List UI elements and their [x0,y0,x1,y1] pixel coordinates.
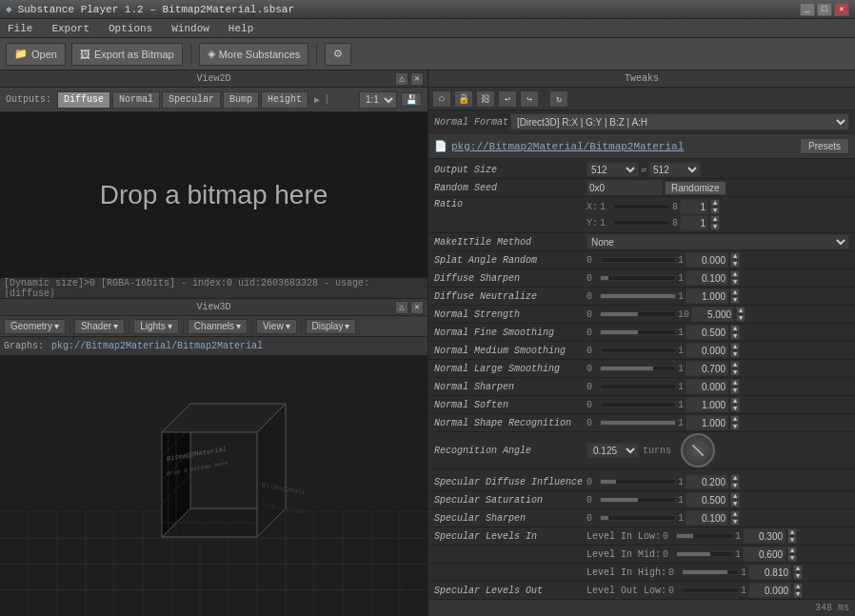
normal-soften-input[interactable] [686,397,728,412]
ratio-y-down[interactable]: ▼ [710,223,720,230]
tab-height[interactable]: Height [261,91,308,109]
tab-diffuse[interactable]: Diffuse [57,91,110,109]
pkg-path[interactable]: pkg://Bitmap2Material/Bitmap2Material [451,141,796,152]
output-size-width-select[interactable]: 512 [587,162,639,177]
diffuse-sharpen-input[interactable] [686,270,728,286]
diffuse-neutralize-up[interactable]: ▲ [730,288,740,296]
normal-medium-slider[interactable] [600,348,676,353]
normal-soften-up[interactable]: ▲ [730,397,740,405]
recognition-angle-dial[interactable] [681,433,715,467]
view-button[interactable]: View ▾ [256,319,297,334]
makeit-select[interactable]: None [587,234,849,249]
maximize-button[interactable]: □ [817,3,832,16]
specular-diffuse-down[interactable]: ▼ [730,482,740,489]
minimize-button[interactable]: _ [800,3,815,16]
splat-input[interactable] [686,252,728,268]
level-in-mid-slider[interactable] [676,551,733,557]
specular-sat-down[interactable]: ▼ [730,500,740,507]
display-button[interactable]: Display ▾ [306,319,357,334]
menu-file[interactable]: File [4,21,36,36]
specular-sharpen-down[interactable]: ▼ [730,518,740,526]
canvas-3d[interactable]: Bitmap2Material Drop a bitmap here Bitma… [0,356,428,616]
normal-soften-slider[interactable] [600,402,676,407]
normal-shape-slider[interactable] [600,420,676,426]
open-button[interactable]: 📁 Open [6,43,66,66]
settings-button[interactable]: ⚙ [325,43,351,66]
specular-sharpen-up[interactable]: ▲ [730,510,740,518]
channels-button[interactable]: Channels ▾ [188,319,248,334]
tab-bump[interactable]: Bump [223,91,259,109]
normal-strength-down[interactable]: ▼ [736,314,746,322]
normal-sharpen-slider[interactable] [600,384,676,389]
tweaks-refresh-button[interactable]: ↻ [549,90,568,108]
specular-diffuse-input[interactable] [686,474,728,489]
diffuse-sharpen-up[interactable]: ▲ [730,270,740,278]
menu-export[interactable]: Export [48,21,93,36]
level-out-low-up[interactable]: ▲ [793,583,803,590]
ratio-x-slider[interactable] [613,204,670,209]
level-in-low-up[interactable]: ▲ [787,528,797,536]
splat-slider[interactable] [600,257,676,263]
tab-normal[interactable]: Normal [112,91,160,109]
diffuse-sharpen-slider[interactable] [600,275,676,281]
normal-strength-up[interactable]: ▲ [736,307,746,314]
close-button[interactable]: ✕ [834,3,849,16]
export-bitmap-button[interactable]: 🖼 Export as Bitmap [71,43,183,66]
tweaks-link-button[interactable]: ⛓ [476,90,495,108]
normal-medium-up[interactable]: ▲ [730,343,740,350]
level-in-high-up[interactable]: ▲ [793,565,803,572]
normal-format-select[interactable]: [Direct3D] R:X | G:Y | B:Z | A:H [510,113,849,130]
normal-medium-down[interactable]: ▼ [730,350,740,358]
splat-down[interactable]: ▼ [730,260,740,268]
normal-large-up[interactable]: ▲ [730,361,740,368]
normal-shape-down[interactable]: ▼ [730,423,740,430]
normal-shape-up[interactable]: ▲ [730,415,740,423]
specular-diffuse-up[interactable]: ▲ [730,474,740,482]
splat-up[interactable]: ▲ [730,252,740,260]
ratio-y-input[interactable] [680,215,708,230]
level-in-low-down[interactable]: ▼ [787,536,797,544]
ratio-y-slider[interactable] [613,220,670,226]
ratio-y-up[interactable]: ▲ [710,215,720,223]
normal-soften-down[interactable]: ▼ [730,405,740,412]
random-seed-input[interactable] [587,180,663,195]
diffuse-neutralize-slider[interactable] [600,293,676,299]
normal-sharpen-up[interactable]: ▲ [730,379,740,387]
diffuse-neutralize-down[interactable]: ▼ [730,296,740,304]
diffuse-neutralize-input[interactable] [686,288,728,304]
normal-fine-slider[interactable] [600,329,676,335]
tab-specular[interactable]: Specular [162,91,221,109]
level-in-mid-input[interactable] [743,546,785,562]
lights-button[interactable]: Lights ▾ [133,319,179,334]
normal-sharpen-down[interactable]: ▼ [730,387,740,394]
specular-sharpen-input[interactable] [686,510,728,526]
specular-sat-up[interactable]: ▲ [730,492,740,500]
geometry-button[interactable]: Geometry ▾ [4,319,66,334]
specular-diffuse-slider[interactable] [600,479,676,485]
save-view-button[interactable]: 💾 [401,92,422,107]
menu-help[interactable]: Help [225,21,257,36]
diffuse-sharpen-down[interactable]: ▼ [730,278,740,286]
level-in-high-down[interactable]: ▼ [793,572,803,580]
drop-area[interactable]: Drop a bitmap here [0,112,428,277]
normal-strength-input[interactable] [691,307,734,322]
specular-sat-input[interactable] [686,492,728,507]
level-in-mid-up[interactable]: ▲ [787,546,797,554]
level-out-low-down[interactable]: ▼ [793,590,803,598]
normal-large-slider[interactable] [600,366,676,371]
normal-fine-input[interactable] [686,325,728,340]
shader-button[interactable]: Shader ▾ [74,319,125,334]
normal-fine-up[interactable]: ▲ [730,325,740,332]
level-in-low-input[interactable] [743,528,785,544]
normal-shape-input[interactable] [686,415,728,430]
presets-button[interactable]: Presets [800,138,849,154]
tweaks-home-button[interactable]: ⌂ [432,90,451,108]
menu-options[interactable]: Options [105,21,156,36]
ratio-x-down[interactable]: ▼ [710,207,720,214]
tweaks-back-button[interactable]: ↩ [498,90,517,108]
level-out-low-input[interactable] [748,583,791,598]
normal-medium-input[interactable] [686,343,728,358]
level-in-low-slider[interactable] [676,533,733,539]
normal-strength-slider[interactable] [600,311,676,317]
more-substances-button[interactable]: ◈ More Substances [199,43,309,66]
